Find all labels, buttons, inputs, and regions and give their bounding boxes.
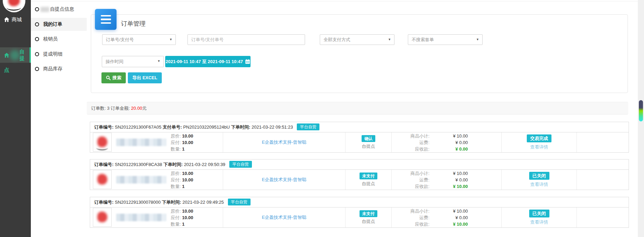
pay-no-label: 支付单号: (162, 125, 182, 130)
receivable-label: 应收款: (392, 183, 429, 190)
payable-label: 应付: (171, 215, 181, 220)
subtotal-value: ¥ 10.00 (429, 170, 468, 177)
view-detail-link[interactable]: 查看详情 (530, 181, 548, 188)
order-block: 订单编号: SN2012291300F67A05 支付单号: PN2021032… (90, 122, 629, 153)
amounts-cell: 商品小计:¥ 10.00 运费:¥ 0.00 应收款:¥ 0.00 (392, 132, 502, 152)
dark-sidebar: 商城 自提 点 (0, 0, 31, 237)
menu-item-verifier[interactable]: 核销员 (31, 33, 87, 46)
order-time-label: 下单时间: (163, 162, 183, 167)
order-status-cell: 已关闭 查看详情 (502, 170, 577, 190)
menu-item-label: 核销员 (43, 36, 58, 42)
customer-cell: E企盈技术支持-曾智聪 (223, 208, 345, 227)
redacted-blur (97, 212, 107, 222)
menu-item-label: 自提点信息 (50, 6, 74, 12)
order-number-input[interactable] (187, 34, 305, 45)
search-icon (106, 75, 111, 80)
order-field-select[interactable]: 订单号/支付号 ▼ (102, 34, 176, 45)
product-image (93, 208, 112, 227)
first-order-select[interactable]: 不搜索首单 ▼ (408, 34, 483, 45)
radio-circle-icon (35, 52, 39, 56)
home-icon (4, 17, 9, 22)
order-status-cell: 已关闭 查看详情 (502, 208, 577, 227)
subtotal-label: 商品小计: (392, 208, 429, 214)
shipping-value: ¥ 0.00 (429, 214, 468, 221)
pay-status-cell: 未支付 自提点 (345, 170, 392, 190)
order-block: 订单编号: SN2012291300078000 下单时间: 2021-03-2… (90, 197, 629, 228)
select-value: 不搜索首单 (412, 37, 434, 42)
radio-circle-icon (35, 22, 39, 26)
radio-circle-icon (35, 37, 39, 41)
customer-link[interactable]: E企盈技术支持-曾智聪 (262, 177, 306, 183)
chevron-down-icon: ▼ (169, 35, 172, 45)
menu-item-my-orders[interactable]: 我的订单 (31, 18, 87, 31)
view-detail-link[interactable]: 查看详情 (530, 219, 548, 225)
shipping-label: 运费: (392, 177, 429, 183)
view-detail-link[interactable]: 查看详情 (530, 144, 548, 150)
empty-cell (577, 208, 629, 227)
radio-circle-icon (35, 67, 39, 71)
qty-value: 1 (182, 222, 184, 227)
order-time-label: 下单时间: (162, 200, 181, 205)
page-title: 订单管理 (121, 20, 146, 28)
pay-status-badge[interactable]: 确认 (362, 135, 375, 142)
date-range-button[interactable]: 2021-09-11 10:47 至 2021-09-11 10:47 (165, 56, 251, 67)
payable-value: 10.00 (182, 140, 193, 145)
delivery-type: 自提点 (362, 181, 375, 187)
customer-cell: E企盈技术支持-曾智聪 (223, 170, 345, 190)
scrollbar-thumb[interactable] (639, 100, 643, 121)
menu-item-pickup-info[interactable]: 自提点信息 (31, 3, 87, 16)
price-block: 原价: 10.00 应付: 10.00 数量: 1 (171, 133, 193, 152)
product-name-redacted (116, 176, 166, 183)
subtotal-label: 商品小计: (392, 133, 429, 139)
receivable-value: ¥ 0.00 (429, 146, 468, 152)
sidebar-item-pickup-point[interactable]: 自提 (0, 47, 31, 63)
order-amount-unit: 元 (142, 106, 147, 111)
empty-cell (577, 170, 629, 190)
platform-tag-badge: 平台自营 (228, 199, 251, 205)
redacted-blur (10, 50, 20, 60)
pay-method-select[interactable]: 全部支付方式 ▼ (320, 34, 394, 45)
pay-status-cell: 未支付 自提点 (345, 208, 392, 227)
customer-link[interactable]: E企盈技术支持-曾智聪 (262, 139, 306, 145)
export-excel-button[interactable]: 导出 EXCEL (128, 72, 162, 83)
customer-link[interactable]: E企盈技术支持-曾智聪 (262, 214, 306, 221)
product-name-redacted (116, 214, 166, 221)
shipping-value: ¥ 0.00 (429, 177, 468, 183)
menu-item-stock[interactable]: 商品库存 (31, 62, 87, 75)
order-count-value: 3 (107, 106, 109, 111)
select-value: 操作时间 (106, 59, 123, 64)
qty-value: 1 (182, 146, 184, 152)
qty-label: 数量: (171, 146, 181, 152)
order-amount-value: 20.00 (131, 106, 142, 111)
pay-no-value: PN20210322095124bU (183, 125, 230, 130)
delivery-type: 自提点 (362, 143, 375, 150)
order-time-label: 下单时间: (231, 125, 250, 130)
select-value: 订单号/支付号 (106, 37, 134, 42)
qty-value: 1 (182, 184, 184, 189)
shipping-label: 运费: (392, 139, 429, 146)
product-cell: 原价: 10.00 应付: 10.00 数量: 1 (90, 208, 223, 227)
menu-item-label: 提成明细 (43, 51, 62, 57)
price-value: 10.00 (182, 171, 193, 176)
menu-sidebar: 自提点信息 我的订单 核销员 提成明细 商品库存 (31, 0, 87, 237)
search-button[interactable]: 搜索 (101, 72, 126, 83)
pay-status-badge: 未支付 (360, 173, 377, 179)
hamburger-menu-button[interactable] (95, 9, 117, 30)
shipping-value: ¥ 0.00 (429, 139, 468, 146)
order-no-value: SN2012291300078000 (115, 200, 161, 205)
sidebar-item-pickup-label: 自提 (19, 49, 29, 62)
order-no-label: 订单编号: (94, 125, 113, 130)
menu-item-label: 商品库存 (43, 66, 62, 72)
qty-label: 数量: (171, 222, 181, 227)
sidebar-item-pickup-label-wrap: 点 (4, 67, 9, 73)
order-no-value: SN2012291300F67A05 (115, 125, 161, 130)
order-header: 订单编号: SN2012291300078000 下单时间: 2021-03-2… (90, 197, 629, 208)
welfare-lottery-logo (3, 0, 25, 12)
sidebar-item-mall[interactable]: 商城 (0, 15, 31, 24)
menu-item-commission[interactable]: 提成明细 (31, 48, 87, 61)
platform-tag-badge: 平台自营 (297, 123, 319, 130)
date-range-value: 2021-09-11 10:47 至 2021-09-11 10:47 (166, 59, 243, 65)
subtotal-value: ¥ 10.00 (429, 208, 468, 214)
time-type-select[interactable]: 操作时间 ▼ (102, 56, 164, 67)
chevron-down-icon: ▼ (476, 35, 479, 45)
